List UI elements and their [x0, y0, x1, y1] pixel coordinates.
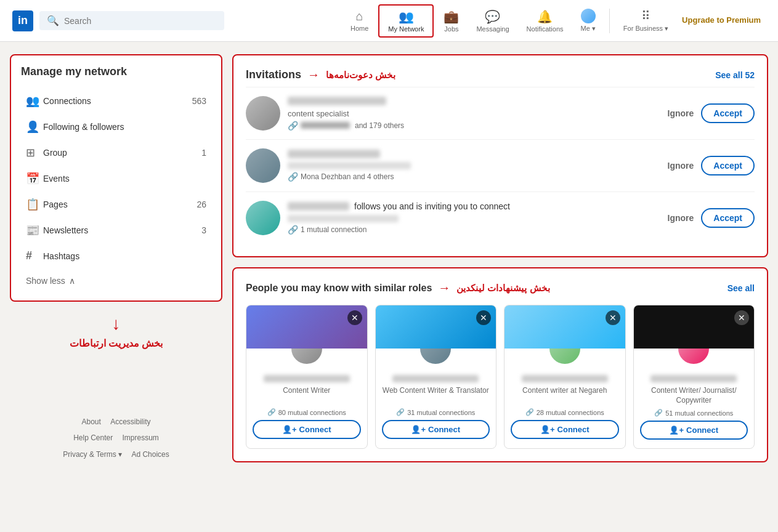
add-connection-icon: 👤+ [282, 425, 297, 434]
hashtags-icon: # [26, 249, 43, 262]
sidebar-item-group[interactable]: ⊞ Group 1 [21, 140, 211, 166]
nav-network[interactable]: 👥 My Network [378, 4, 434, 38]
show-less-label: Show less [26, 276, 65, 286]
person-role: Content Writer [253, 386, 361, 405]
nav-me[interactable]: Me ▾ [572, 4, 604, 38]
sidebar-item-newsletters[interactable]: 📰 Newsletters 3 [21, 217, 211, 243]
invitation-name [288, 150, 380, 158]
person-name [522, 375, 608, 382]
sidebar-annotation: ↓ بخش مدیریت ارتباطات [10, 302, 222, 355]
connect-button[interactable]: 👤+ Connect [253, 420, 361, 439]
invitation-info: 🔗 Mona Dezhban and 4 others [288, 150, 660, 182]
search-icon: 🔍 [47, 15, 59, 26]
see-all-invitations[interactable]: See all 52 [715, 70, 755, 80]
connections-icon: 👥 [26, 94, 43, 108]
invitation-actions: Ignore Accept [668, 156, 755, 175]
person-body: Content Writer 🔗 80 mutual connections 👤… [246, 368, 367, 448]
ignore-button[interactable]: Ignore [668, 108, 694, 118]
invitation-mutual: 🔗 and 179 others [288, 121, 660, 131]
nav-home[interactable]: ⌂ Home [342, 4, 377, 37]
mutual-connections-icon: 🔗 [267, 408, 276, 416]
invitation-info: follows you and is inviting you to conne… [288, 201, 660, 235]
home-icon: ⌂ [356, 9, 363, 23]
dismiss-person-button[interactable]: ✕ [347, 310, 362, 325]
invitation-actions: Ignore Accept [668, 208, 755, 228]
sidebar-item-count: 1 [201, 148, 206, 158]
nav-jobs[interactable]: 💼 Jobs [435, 4, 468, 38]
red-arrow-down-icon: ↓ [10, 314, 222, 334]
accept-button[interactable]: Accept [701, 156, 755, 175]
mutual-connections-icon: 🔗 [525, 408, 534, 416]
nav-notifications[interactable]: 🔔 Notifications [518, 4, 572, 38]
people-grid: ✕ Content Writer 🔗 80 mutual connections [246, 305, 755, 449]
messaging-icon: 💬 [485, 9, 500, 24]
jobs-icon: 💼 [444, 9, 459, 24]
linkedin-logo[interactable]: in [12, 10, 33, 31]
sidebar-item-label: Following & followers [43, 122, 206, 132]
ignore-button[interactable]: Ignore [668, 161, 694, 171]
footer-about[interactable]: About [81, 417, 100, 426]
avatar [246, 96, 280, 131]
sidebar-card: Manage my network 👥 Connections 563 👤 Fo… [10, 54, 222, 302]
nav-business[interactable]: ⠿ For Business ▾ [615, 4, 677, 38]
avatar [246, 148, 280, 183]
sidebar-item-label: Group [43, 148, 201, 158]
connect-button[interactable]: 👤+ Connect [640, 421, 748, 440]
sidebar-item-label: Connections [43, 96, 192, 106]
invitation-name [288, 97, 386, 105]
person-role: Content Writer/ Journalist/ Copywriter [640, 386, 748, 405]
show-less-button[interactable]: Show less ∧ [21, 271, 211, 291]
person-mutual: 🔗 51 mutual connections [640, 409, 748, 417]
invitations-card: Invitations → بخش دعوت‌نامه‌ها See all 5… [232, 54, 768, 257]
newsletters-icon: 📰 [26, 224, 43, 237]
invitation-mutual: 🔗 1 mutual connection [288, 225, 660, 235]
footer-accessibility[interactable]: Accessibility [110, 417, 150, 426]
mutual-icon: 🔗 [288, 172, 298, 182]
see-all-pymk[interactable]: See all [727, 283, 755, 293]
sidebar-footer: About Accessibility Help Center Impressu… [10, 377, 222, 462]
footer-ad[interactable]: Ad Choices [131, 450, 169, 459]
accept-button[interactable]: Accept [701, 208, 755, 228]
me-avatar [581, 9, 596, 23]
person-name [392, 375, 479, 382]
invitation-info: content specialist 🔗 and 179 others [288, 97, 660, 131]
sidebar-item-events[interactable]: 📅 Events [21, 166, 211, 191]
invitations-header: Invitations → بخش دعوت‌نامه‌ها See all 5… [246, 68, 755, 82]
footer-privacy[interactable]: Privacy & Terms ▾ [63, 450, 122, 459]
invitations-annotation: بخش دعوت‌نامه‌ها [326, 70, 395, 81]
sidebar-item-connections[interactable]: 👥 Connections 563 [21, 88, 211, 114]
add-connection-icon: 👤+ [540, 425, 555, 434]
name-blurred [288, 202, 349, 211]
dismiss-person-button[interactable]: ✕ [734, 310, 749, 325]
sidebar-item-hashtags[interactable]: # Hashtags [21, 243, 211, 268]
person-banner: ✕ [634, 305, 755, 349]
sidebar-item-pages[interactable]: 📋 Pages 26 [21, 191, 211, 217]
invitations-title: Invitations [246, 68, 301, 81]
sidebar-item-count: 3 [201, 225, 206, 235]
invitation-title-blurred [288, 215, 399, 222]
chevron-up-icon: ∧ [69, 276, 75, 286]
pages-icon: 📋 [26, 198, 43, 211]
accept-button[interactable]: Accept [701, 103, 755, 123]
dismiss-person-button[interactable]: ✕ [606, 310, 620, 325]
sidebar-item-count: 563 [192, 96, 206, 106]
mutual-connections-icon: 🔗 [396, 408, 405, 416]
footer-impressum[interactable]: Impressum [123, 433, 159, 442]
pymk-title-row: People you may know with similar roles →… [246, 281, 550, 295]
sidebar-item-following[interactable]: 👤 Following & followers [21, 114, 211, 140]
upgrade-premium-button[interactable]: Upgrade to Premium [677, 15, 766, 26]
following-icon: 👤 [26, 120, 43, 134]
ignore-button[interactable]: Ignore [668, 213, 694, 223]
connect-button[interactable]: 👤+ Connect [511, 420, 619, 439]
footer-help[interactable]: Help Center [73, 433, 113, 442]
connect-button[interactable]: 👤+ Connect [382, 420, 490, 439]
search-input[interactable] [64, 16, 217, 26]
mutual-blurred [301, 122, 350, 129]
invitation-mutual: 🔗 Mona Dezhban and 4 others [288, 172, 660, 182]
invitation-title [288, 162, 411, 169]
dismiss-person-button[interactable]: ✕ [476, 310, 491, 325]
invitation-name-follows: follows you and is inviting you to conne… [288, 201, 660, 211]
nav-messaging[interactable]: 💬 Messaging [468, 4, 517, 38]
person-role: Content writer at Negareh [511, 386, 619, 405]
main-layout: Manage my network 👥 Connections 563 👤 Fo… [0, 42, 778, 475]
